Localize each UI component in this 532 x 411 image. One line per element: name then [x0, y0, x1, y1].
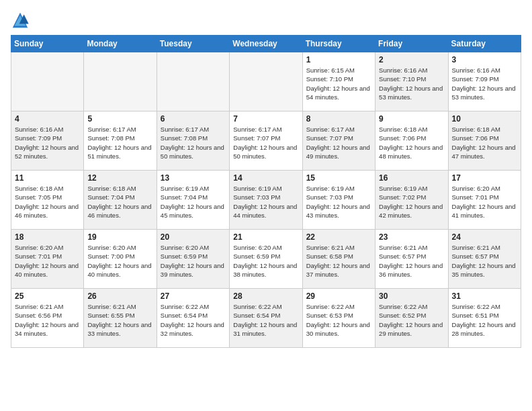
day-number: 30	[379, 291, 444, 301]
day-info: Sunrise: 6:22 AMSunset: 6:54 PMDaylight:…	[233, 302, 298, 338]
calendar-week-row: 11Sunrise: 6:18 AMSunset: 7:05 PMDayligh…	[11, 171, 521, 230]
day-info: Sunrise: 6:17 AMSunset: 7:08 PMDaylight:…	[161, 125, 226, 161]
day-info: Sunrise: 6:21 AMSunset: 6:58 PMDaylight:…	[306, 243, 371, 279]
day-info: Sunrise: 6:20 AMSunset: 6:59 PMDaylight:…	[161, 243, 226, 279]
day-number: 17	[452, 173, 517, 183]
day-info: Sunrise: 6:19 AMSunset: 7:04 PMDaylight:…	[161, 184, 226, 220]
calendar-day-cell: 2Sunrise: 6:16 AMSunset: 7:10 PMDaylight…	[375, 52, 448, 111]
day-number: 14	[233, 173, 298, 183]
calendar-day-cell: 9Sunrise: 6:18 AMSunset: 7:06 PMDaylight…	[375, 111, 448, 171]
calendar-day-cell: 13Sunrise: 6:19 AMSunset: 7:04 PMDayligh…	[157, 171, 229, 230]
calendar-day-cell: 8Sunrise: 6:17 AMSunset: 7:07 PMDaylight…	[302, 111, 375, 171]
calendar-day-cell: 1Sunrise: 6:15 AMSunset: 7:10 PMDaylight…	[302, 52, 375, 111]
calendar-header-sunday: Sunday	[11, 36, 84, 52]
day-info: Sunrise: 6:18 AMSunset: 7:04 PMDaylight:…	[87, 184, 152, 220]
calendar-day-cell: 15Sunrise: 6:19 AMSunset: 7:03 PMDayligh…	[302, 171, 375, 230]
day-number: 31	[452, 291, 517, 301]
day-number: 29	[306, 291, 371, 301]
day-number: 10	[452, 114, 517, 124]
day-info: Sunrise: 6:19 AMSunset: 7:03 PMDaylight:…	[233, 184, 298, 220]
day-number: 9	[379, 114, 444, 124]
calendar-day-cell: 16Sunrise: 6:19 AMSunset: 7:02 PMDayligh…	[375, 171, 448, 230]
day-number: 16	[379, 173, 444, 183]
calendar-day-cell: 23Sunrise: 6:21 AMSunset: 6:57 PMDayligh…	[375, 230, 448, 289]
day-number: 1	[306, 55, 371, 64]
calendar-day-cell: 12Sunrise: 6:18 AMSunset: 7:04 PMDayligh…	[84, 171, 157, 230]
calendar-week-row: 1Sunrise: 6:15 AMSunset: 7:10 PMDaylight…	[11, 52, 521, 111]
day-number: 4	[15, 114, 80, 124]
calendar-day-cell: 26Sunrise: 6:21 AMSunset: 6:55 PMDayligh…	[84, 289, 157, 348]
page-header	[11, 11, 521, 30]
day-info: Sunrise: 6:22 AMSunset: 6:54 PMDaylight:…	[161, 302, 226, 338]
calendar-header-friday: Friday	[375, 36, 448, 52]
calendar-day-cell: 14Sunrise: 6:19 AMSunset: 7:03 PMDayligh…	[230, 171, 302, 230]
day-number: 5	[87, 114, 152, 124]
day-info: Sunrise: 6:16 AMSunset: 7:09 PMDaylight:…	[15, 125, 80, 161]
day-number: 6	[161, 114, 226, 124]
day-number: 23	[379, 232, 444, 242]
day-number: 8	[306, 114, 371, 124]
day-info: Sunrise: 6:21 AMSunset: 6:57 PMDaylight:…	[379, 243, 444, 279]
calendar-day-cell: 7Sunrise: 6:17 AMSunset: 7:07 PMDaylight…	[230, 111, 302, 171]
day-number: 27	[161, 291, 226, 301]
day-info: Sunrise: 6:20 AMSunset: 6:59 PMDaylight:…	[233, 243, 298, 279]
day-info: Sunrise: 6:18 AMSunset: 7:05 PMDaylight:…	[15, 184, 80, 220]
calendar-day-cell	[84, 52, 157, 111]
calendar-day-cell	[230, 52, 302, 111]
calendar-day-cell: 21Sunrise: 6:20 AMSunset: 6:59 PMDayligh…	[230, 230, 302, 289]
day-number: 7	[233, 114, 298, 124]
day-info: Sunrise: 6:18 AMSunset: 7:06 PMDaylight:…	[452, 125, 517, 161]
day-info: Sunrise: 6:21 AMSunset: 6:57 PMDaylight:…	[452, 243, 517, 279]
calendar-day-cell: 31Sunrise: 6:22 AMSunset: 6:51 PMDayligh…	[448, 289, 521, 348]
logo	[11, 11, 32, 30]
calendar-day-cell: 19Sunrise: 6:20 AMSunset: 7:00 PMDayligh…	[84, 230, 157, 289]
calendar-day-cell: 10Sunrise: 6:18 AMSunset: 7:06 PMDayligh…	[448, 111, 521, 171]
calendar-header-saturday: Saturday	[448, 36, 521, 52]
calendar-day-cell	[11, 52, 84, 111]
calendar-day-cell: 3Sunrise: 6:16 AMSunset: 7:09 PMDaylight…	[448, 52, 521, 111]
calendar-header-monday: Monday	[84, 36, 157, 52]
day-number: 26	[87, 291, 152, 301]
calendar-day-cell: 22Sunrise: 6:21 AMSunset: 6:58 PMDayligh…	[302, 230, 375, 289]
logo-icon	[11, 11, 30, 30]
day-number: 2	[379, 55, 444, 64]
day-info: Sunrise: 6:20 AMSunset: 7:01 PMDaylight:…	[15, 243, 80, 279]
day-info: Sunrise: 6:22 AMSunset: 6:51 PMDaylight:…	[452, 302, 517, 338]
calendar-week-row: 25Sunrise: 6:21 AMSunset: 6:56 PMDayligh…	[11, 289, 521, 348]
day-info: Sunrise: 6:18 AMSunset: 7:06 PMDaylight:…	[379, 125, 444, 161]
calendar-day-cell: 18Sunrise: 6:20 AMSunset: 7:01 PMDayligh…	[11, 230, 84, 289]
day-info: Sunrise: 6:16 AMSunset: 7:10 PMDaylight:…	[379, 66, 444, 101]
day-info: Sunrise: 6:17 AMSunset: 7:07 PMDaylight:…	[233, 125, 298, 161]
calendar-day-cell: 5Sunrise: 6:17 AMSunset: 7:08 PMDaylight…	[84, 111, 157, 171]
day-info: Sunrise: 6:19 AMSunset: 7:03 PMDaylight:…	[306, 184, 371, 220]
day-info: Sunrise: 6:20 AMSunset: 7:01 PMDaylight:…	[452, 184, 517, 220]
calendar-day-cell: 24Sunrise: 6:21 AMSunset: 6:57 PMDayligh…	[448, 230, 521, 289]
day-number: 24	[452, 232, 517, 242]
day-number: 12	[87, 173, 152, 183]
day-number: 28	[233, 291, 298, 301]
calendar-day-cell: 11Sunrise: 6:18 AMSunset: 7:05 PMDayligh…	[11, 171, 84, 230]
day-number: 3	[452, 55, 517, 64]
day-info: Sunrise: 6:17 AMSunset: 7:08 PMDaylight:…	[87, 125, 152, 161]
day-info: Sunrise: 6:21 AMSunset: 6:56 PMDaylight:…	[15, 302, 80, 338]
day-info: Sunrise: 6:16 AMSunset: 7:09 PMDaylight:…	[452, 66, 517, 101]
day-info: Sunrise: 6:20 AMSunset: 7:00 PMDaylight:…	[87, 243, 152, 279]
calendar-day-cell: 27Sunrise: 6:22 AMSunset: 6:54 PMDayligh…	[157, 289, 229, 348]
calendar-day-cell: 17Sunrise: 6:20 AMSunset: 7:01 PMDayligh…	[448, 171, 521, 230]
calendar-header-wednesday: Wednesday	[230, 36, 302, 52]
calendar-day-cell: 25Sunrise: 6:21 AMSunset: 6:56 PMDayligh…	[11, 289, 84, 348]
day-number: 21	[233, 232, 298, 242]
calendar-day-cell: 30Sunrise: 6:22 AMSunset: 6:52 PMDayligh…	[375, 289, 448, 348]
day-number: 18	[15, 232, 80, 242]
calendar-day-cell	[157, 52, 229, 111]
calendar-header-row: SundayMondayTuesdayWednesdayThursdayFrid…	[11, 36, 521, 52]
day-info: Sunrise: 6:17 AMSunset: 7:07 PMDaylight:…	[306, 125, 371, 161]
day-info: Sunrise: 6:22 AMSunset: 6:53 PMDaylight:…	[306, 302, 371, 338]
calendar-day-cell: 20Sunrise: 6:20 AMSunset: 6:59 PMDayligh…	[157, 230, 229, 289]
day-number: 11	[15, 173, 80, 183]
calendar-day-cell: 6Sunrise: 6:17 AMSunset: 7:08 PMDaylight…	[157, 111, 229, 171]
day-info: Sunrise: 6:21 AMSunset: 6:55 PMDaylight:…	[87, 302, 152, 338]
day-info: Sunrise: 6:19 AMSunset: 7:02 PMDaylight:…	[379, 184, 444, 220]
day-number: 19	[87, 232, 152, 242]
day-number: 25	[15, 291, 80, 301]
